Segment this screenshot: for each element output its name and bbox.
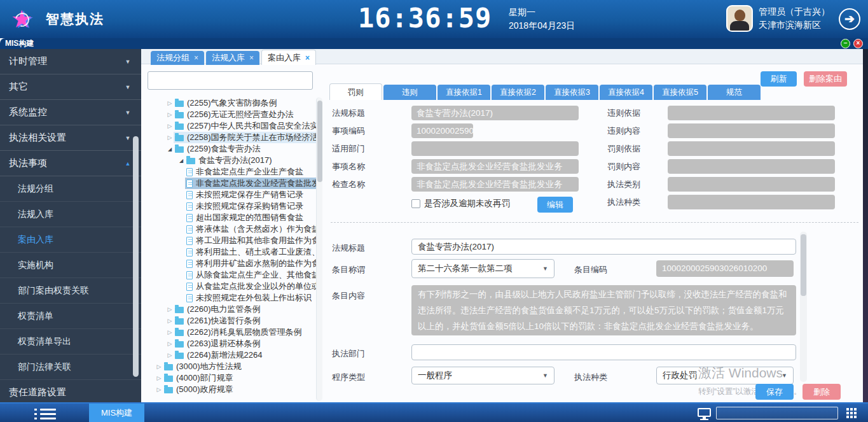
sidebar-scrollbar[interactable] [133, 136, 139, 377]
tree-row[interactable]: (2262)消耗臭氧层物质管理条例 [146, 327, 316, 338]
sidebar-item[interactable]: 系统监控 [0, 100, 141, 125]
tree-row[interactable]: 非食盐定点批发企业经营食盐批发 [146, 178, 316, 189]
procedure-type-select[interactable]: 一般程序 ▼ [411, 367, 555, 384]
taskbar-app-button[interactable]: MIS构建 [89, 404, 144, 422]
sidebar-item[interactable]: 执法事项 [0, 151, 141, 176]
tree-row[interactable]: 非食盐定点生产企业生产食盐 [146, 166, 316, 178]
basic-fields-right: 违则依据 违则内容 罚则依据 罚则内容 执法类别 [607, 106, 843, 213]
close-icon[interactable]: × [853, 39, 863, 48]
tree-expand-icon[interactable] [155, 375, 163, 381]
form-tab[interactable]: 规范 [708, 85, 761, 100]
tree-row[interactable]: 未按照规定保存生产销售记录 [146, 189, 316, 200]
logout-icon[interactable]: ➔ [839, 8, 860, 30]
tab-close-icon[interactable]: × [249, 54, 254, 62]
refresh-button[interactable]: 刷新 [761, 71, 797, 87]
tree-expand-icon[interactable] [166, 352, 174, 358]
tree-row[interactable]: (3000)地方性法规 [146, 361, 316, 372]
tree-row[interactable]: 未按照规定在外包装上作出标识 [146, 292, 316, 304]
tree-row[interactable]: 将利用井矿盐卤水熬制的盐作为食 [146, 258, 316, 269]
form-field-row: 违则内容 [607, 123, 843, 138]
tab-label: 法规分组 [156, 52, 189, 64]
minimize-icon[interactable]: – [841, 39, 850, 48]
form-tab[interactable]: 直接依据5 [654, 85, 706, 100]
content-tab[interactable]: 案由入库 × [261, 50, 316, 65]
tree-row[interactable]: (2255)气象灾害防御条例 [146, 97, 316, 109]
tree-scrollbar-thumb[interactable] [317, 101, 322, 182]
folder-icon [175, 330, 184, 336]
form-tab[interactable]: 罚则 [329, 83, 382, 100]
form-scrollbar-thumb[interactable] [801, 234, 806, 296]
delete-case-button[interactable]: 删除案由 [804, 71, 847, 87]
tree-row[interactable]: (2264)新增法规2264 [146, 349, 316, 361]
save-button[interactable]: 保存 [755, 384, 794, 400]
sidebar-item[interactable]: 权责清单 [0, 304, 141, 329]
sidebar-item[interactable]: 权责清单导出 [0, 329, 141, 355]
enforce-dept-input[interactable] [411, 344, 796, 360]
tree-row[interactable]: 从食盐定点批发企业以外的单位或 [146, 281, 316, 292]
start-menu-icon[interactable] [34, 409, 56, 419]
tree-expand-icon[interactable] [166, 111, 174, 118]
tree-expand-icon[interactable] [166, 306, 174, 313]
app-grid-icon[interactable] [846, 408, 858, 419]
tab-close-icon[interactable]: × [194, 54, 198, 62]
form-tab[interactable]: 直接依据4 [600, 85, 652, 100]
law-title-input[interactable]: 食盐专营办法(2017) [411, 239, 796, 255]
sidebar-item[interactable]: 法规入库 [0, 202, 141, 227]
tree-row[interactable]: (4000)部门规章 [146, 372, 316, 384]
tree-expand-icon[interactable] [177, 157, 185, 164]
tree-row[interactable]: (2263)退耕还林条例 [146, 338, 316, 349]
tree-row[interactable]: (2257)中华人民共和国食品安全法实施 [146, 120, 316, 132]
tree-row[interactable]: 超出国家规定的范围销售食盐 [146, 212, 316, 223]
item-name-select[interactable]: 第二十六条第一款第二项 ▼ [411, 259, 555, 278]
sidebar-item[interactable]: 法规分组 [0, 176, 141, 202]
sidebar-item[interactable]: 部门法律关联 [0, 355, 141, 380]
sidebar-item[interactable]: 案由入库 [0, 227, 141, 253]
tree-row[interactable]: 未按照规定保存采购销售记录 [146, 200, 316, 212]
delete-button[interactable]: 删除 [803, 384, 841, 400]
tree-row[interactable]: 将液体盐（含天然卤水）作为食盐 [146, 223, 316, 235]
tree-expand-icon[interactable] [166, 123, 174, 129]
edit-button[interactable]: 编辑 [537, 197, 573, 213]
tree-expand-icon[interactable] [155, 363, 163, 370]
tree-row[interactable]: 将利用盐土、硝土或者工业废渣、 [146, 246, 316, 258]
tree-expand-icon[interactable] [166, 318, 174, 324]
overdue-checkbox[interactable] [411, 199, 420, 208]
tree-row[interactable]: (2256)无证无照经营查处办法 [146, 109, 316, 120]
form-tab[interactable]: 违则 [383, 85, 436, 100]
sidebar-item[interactable]: 其它 [0, 74, 141, 100]
tree-expand-icon[interactable] [166, 146, 174, 152]
sidebar-item[interactable]: 责任道路设置 [0, 380, 141, 402]
form-tab[interactable]: 直接依据2 [492, 85, 544, 100]
tree-row[interactable]: (2259)食盐专营办法 [146, 143, 316, 155]
content-tab[interactable]: 法规分组 × [151, 51, 204, 65]
form-tab[interactable]: 直接依据3 [546, 85, 598, 100]
content-tabs: 法规分组 × 法规入库 × 案由入库 × [151, 50, 318, 65]
tree-search-input[interactable] [148, 71, 313, 90]
sidebar-item[interactable]: 执法相关设置 [0, 125, 141, 151]
overdue-checkbox-row: 是否涉及逾期未改再罚 [411, 198, 510, 209]
sidebar-item[interactable]: 实施机构 [0, 253, 141, 278]
tree-scrollbar[interactable] [316, 97, 322, 401]
tree-row[interactable]: (5000)政府规章 [146, 384, 316, 395]
tree-expand-icon[interactable] [166, 329, 174, 335]
tree-expand-icon[interactable] [166, 134, 174, 141]
monitor-icon[interactable] [698, 408, 711, 417]
taskbar: MIS构建 [0, 402, 868, 422]
tree-expand-icon[interactable] [155, 386, 163, 393]
form-scrollbar[interactable] [800, 232, 807, 382]
form-tab[interactable]: 直接依据1 [437, 85, 490, 100]
tab-label: 案由入库 [268, 52, 301, 64]
tree-row[interactable]: (2261)快递暂行条例 [146, 315, 316, 327]
tree-row[interactable]: 将工业用盐和其他非食用盐作为食 [146, 235, 316, 246]
tree-row[interactable]: 从除食盐定点生产企业、其他食盐 [146, 269, 316, 281]
sidebar-item[interactable]: 计时管理 [0, 49, 141, 74]
tree-expand-icon[interactable] [166, 100, 174, 106]
sidebar-item[interactable]: 部门案由权责关联 [0, 278, 141, 304]
tree-row[interactable]: 食盐专营办法(2017) [146, 155, 316, 166]
chevron-icon [123, 59, 132, 65]
tree-expand-icon[interactable] [166, 341, 174, 347]
tree-row[interactable]: (2260)电力监管条例 [146, 304, 316, 315]
tree-row[interactable]: (2258)国务院关于禁止在市场经济活动 [146, 132, 316, 143]
tab-close-icon[interactable]: × [305, 54, 310, 62]
content-tab[interactable]: 法规入库 × [206, 51, 259, 65]
